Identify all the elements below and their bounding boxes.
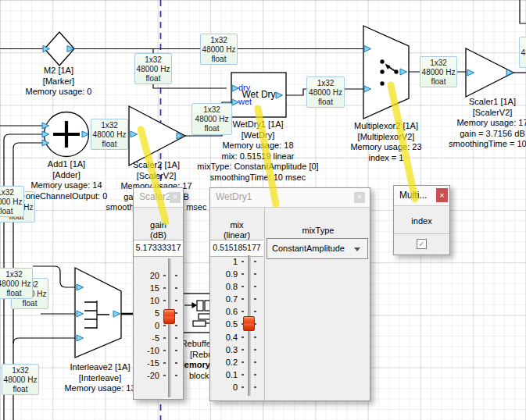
wire-format-label: 1x3248000 Hzfloat [91,119,128,150]
gain-tick: 10 [134,295,159,306]
mix-tick: 0.5 [210,319,238,329]
close-icon[interactable]: × [354,192,365,203]
close-icon[interactable]: × [170,192,181,203]
mix-tick: 0.7 [210,294,238,304]
chevron-down-icon [354,247,360,251]
mix-value-field[interactable]: 0.515185177 [210,240,263,257]
wire-format-label: 1x3248000 Hzfloat [200,34,238,65]
column-divider [264,208,265,401]
checkmark-icon: ✓ [418,240,424,248]
gain-tick: 5 [134,308,159,319]
wire-format-label: 1x3248000 Hzfloat [519,37,526,68]
wire-format-label: 1x3248000 Hzfloat [420,56,457,87]
mix-slider-handle[interactable] [243,316,255,331]
mixtype-dropdown[interactable]: ConstantAmplitude [267,238,368,259]
mix-tick: 0.9 [210,269,238,279]
wetdry-dry-pin-label: dry [238,83,250,92]
wire-format-label: 1x3248000 Hzfloat [2,364,39,395]
gain-tick: -5 [134,333,159,343]
m2-block-text: M2 [1A][Marker]Memory usage: 0 [12,66,106,98]
close-icon[interactable]: × [436,188,448,202]
mix-tick: 0.6 [210,306,238,317]
mix-tick: 1 [210,256,238,267]
mix-tick: 0.4 [210,332,238,343]
mix-tick: 0.8 [210,281,238,292]
gain-slider-handle[interactable] [163,309,175,324]
mix-param-header: mix(linear) [210,220,263,240]
gain-tick: 20 [134,270,159,281]
canvas: 1x3248000 Hzfloat 1x3248000 Hzfloat 1x32… [0,0,526,420]
wetdry1-inspector-panel: WetDry1 × mix(linear) 0.515185177 1 0.9 … [209,187,370,401]
row-divider [394,233,449,234]
gain-tick: 15 [134,283,159,294]
mixtype-param-header: mixType [265,226,371,236]
wire-format-label: 1x3248000 Hzfloat [0,268,33,299]
gain-param-header: gain(dB) [134,220,183,240]
wire [13,338,77,343]
multiplexor2-panel-titlebar[interactable]: Multi... × [394,186,449,206]
wetdry1-panel-title: WetDry1 [216,191,252,202]
gain-slider-track[interactable] [168,258,171,397]
mix-tick: 0.2 [210,357,238,368]
wire-format-label: 1x3248000 Hzfloat [134,53,172,84]
gain-tick: -15 [134,358,159,368]
gain-tick: 0 [134,320,159,331]
scaler1-block-text: Scaler1 [1A][ScalerV2] Memory usage: 17g… [424,97,526,150]
scaler2-inspector-panel: Scaler2 × gain(dB) 5.17333317 20 15 10 5… [133,187,184,400]
mix-tick: 0 [210,382,238,393]
mixtype-dropdown-value: ConstantAmplitude [272,244,345,253]
wire-format-label: 1x3248000 Hzfloat [306,77,345,108]
gain-tick: -20 [134,370,159,381]
gain-value-field[interactable]: 5.17333317 [134,240,183,257]
index-checkbox[interactable]: ✓ [417,239,427,249]
wetdry-wet-pin-label: wet [238,97,252,106]
multiplexor2-inspector-panel: Multi... × index ✓ [393,185,450,255]
wetdry1-panel-titlebar[interactable]: WetDry1 × [210,188,370,208]
mix-tick: 0.3 [210,344,238,355]
index-param-header: index [394,216,449,226]
mix-tick: 0.1 [210,369,238,380]
gain-tick: -10 [134,345,159,356]
wire [520,0,526,23]
